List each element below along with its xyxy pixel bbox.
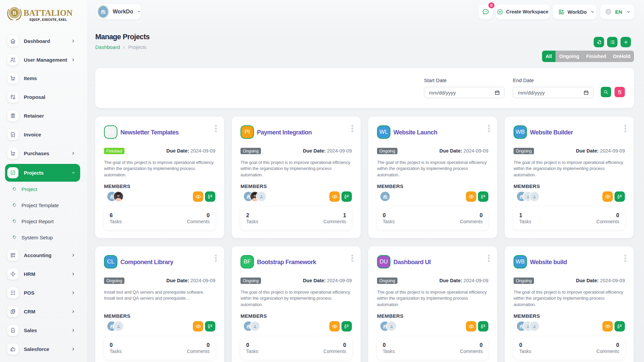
- svg-text:B: B: [12, 9, 16, 16]
